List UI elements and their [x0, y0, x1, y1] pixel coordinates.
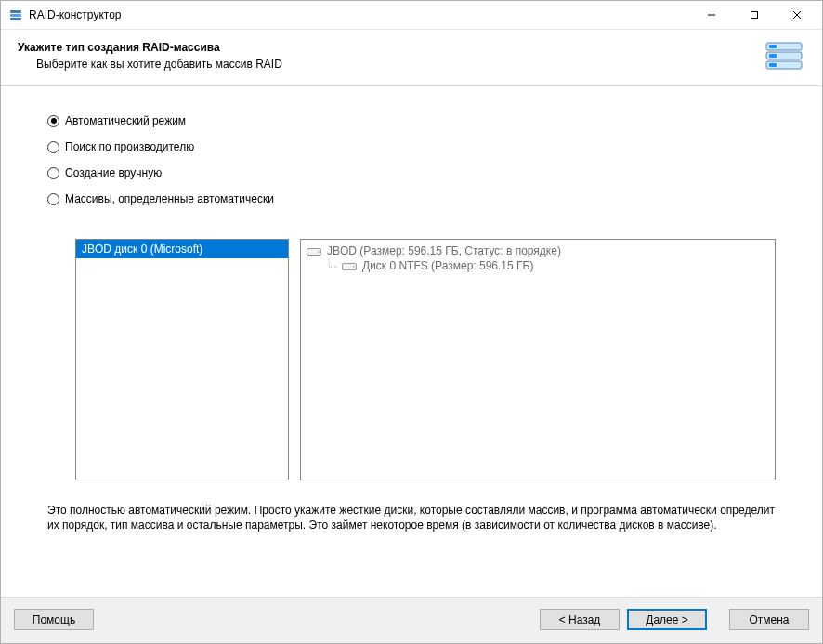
- tree-connector-icon: [325, 259, 342, 272]
- next-button[interactable]: Далее >: [627, 609, 707, 630]
- mode-radio-group: Автоматический режим Поиск по производит…: [47, 114, 776, 218]
- window-controls: [690, 1, 818, 29]
- tree-child[interactable]: Диск 0 NTFS (Размер: 596.15 ГБ): [307, 258, 769, 273]
- maximize-button[interactable]: [733, 1, 776, 29]
- radio-manual[interactable]: Создание вручную: [47, 166, 776, 179]
- wizard-header: Укажите тип создания RAID-массива Выбери…: [1, 30, 822, 86]
- svg-point-16: [353, 266, 355, 268]
- radio-auto[interactable]: Автоматический режим: [47, 114, 776, 127]
- hdd-icon: [307, 246, 321, 256]
- wizard-footer: Помощь < Назад Далее > Отмена: [1, 597, 822, 643]
- radio-icon: [47, 115, 59, 127]
- titlebar: RAID-конструктор: [1, 1, 822, 30]
- close-button[interactable]: [776, 1, 818, 29]
- help-button[interactable]: Помощь: [14, 609, 94, 630]
- disk-stack-icon: [764, 41, 805, 76]
- wizard-header-subtitle: Выберите как вы хотите добавить массив R…: [36, 58, 764, 71]
- radio-icon: [47, 193, 59, 205]
- svg-rect-2: [10, 18, 21, 20]
- radio-label: Создание вручную: [65, 166, 162, 179]
- radio-label: Поиск по производителю: [65, 140, 194, 153]
- wizard-content: Автоматический режим Поиск по производит…: [1, 86, 822, 597]
- svg-point-14: [318, 251, 320, 253]
- minimize-button[interactable]: [690, 1, 733, 29]
- back-button[interactable]: < Назад: [540, 609, 620, 630]
- wizard-header-text: Укажите тип создания RAID-массива Выбери…: [18, 41, 764, 71]
- svg-rect-0: [10, 10, 21, 13]
- svg-rect-10: [769, 45, 777, 48]
- tree-root-label: JBOD (Размер: 596.15 ГБ, Статус: в поряд…: [327, 244, 561, 257]
- svg-rect-4: [751, 12, 758, 19]
- radio-vendor[interactable]: Поиск по производителю: [47, 140, 776, 153]
- svg-rect-12: [769, 63, 777, 67]
- tree-child-label: Диск 0 NTFS (Размер: 596.15 ГБ): [362, 259, 533, 272]
- svg-rect-1: [10, 14, 21, 17]
- panels-row: JBOD диск 0 (Microsoft) JBOD (Размер: 59…: [75, 239, 776, 480]
- radio-label: Массивы, определенные автоматически: [65, 192, 274, 205]
- app-icon: [8, 7, 23, 22]
- mode-description: Это полностью автоматический режим. Прос…: [47, 503, 776, 532]
- tree-root[interactable]: JBOD (Размер: 596.15 ГБ, Статус: в поряд…: [307, 243, 769, 258]
- list-item[interactable]: JBOD диск 0 (Microsoft): [76, 240, 288, 258]
- hdd-icon: [342, 261, 357, 270]
- window-root: RAID-конструктор Укажите тип создания RA…: [0, 0, 823, 644]
- radio-label: Автоматический режим: [65, 114, 186, 127]
- radio-icon: [47, 141, 59, 153]
- radio-detected[interactable]: Массивы, определенные автоматически: [47, 192, 776, 205]
- window-title: RAID-конструктор: [29, 8, 690, 21]
- arrays-list[interactable]: JBOD диск 0 (Microsoft): [75, 239, 289, 480]
- cancel-button[interactable]: Отмена: [729, 609, 809, 630]
- radio-icon: [47, 167, 59, 179]
- wizard-header-title: Укажите тип создания RAID-массива: [18, 41, 764, 54]
- svg-rect-11: [769, 54, 777, 58]
- array-details-tree[interactable]: JBOD (Размер: 596.15 ГБ, Статус: в поряд…: [300, 239, 776, 480]
